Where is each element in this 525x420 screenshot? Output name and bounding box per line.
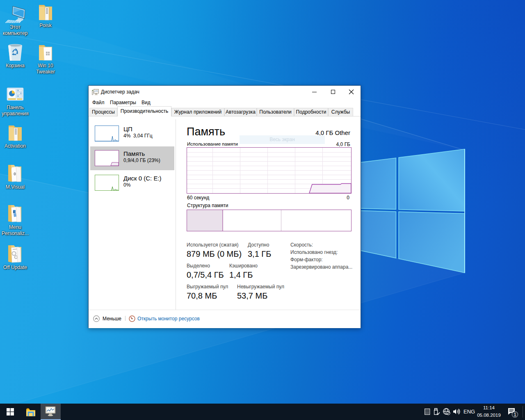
svg-text:1: 1 — [514, 412, 516, 418]
